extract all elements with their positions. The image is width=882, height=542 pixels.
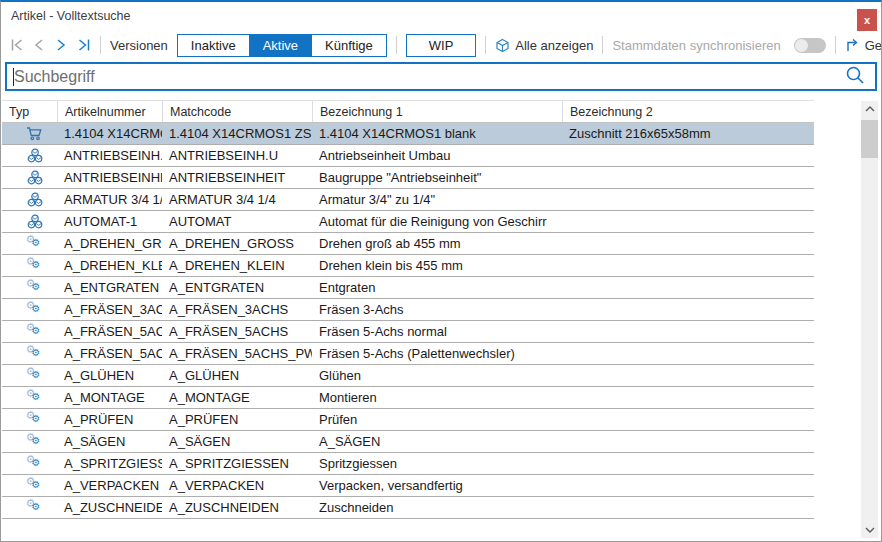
- column-header-bezeichnung2[interactable]: Bezeichnung 2: [562, 101, 814, 122]
- gears-icon: ⚙⚙: [2, 321, 57, 342]
- cell-bezeichnung1: Baugruppe "Antriebseinheit": [312, 167, 562, 188]
- table-row[interactable]: ⚙⚙ A_FRÄSEN_5ACHS... A_FRÄSEN_5ACHS_PW F…: [2, 343, 814, 365]
- cell-bezeichnung2: [562, 431, 814, 452]
- close-button[interactable]: x: [857, 9, 877, 31]
- table-row[interactable]: ⚙⚙ A_ZUSCHNEIDEN A_ZUSCHNEIDEN Zuschneid…: [2, 497, 814, 519]
- gears-icon: ⚙⚙: [2, 277, 57, 298]
- cell-bezeichnung2: [562, 475, 814, 496]
- table-row[interactable]: ⚙⚙ A_FRÄSEN_5ACHS A_FRÄSEN_5ACHS Fräsen …: [2, 321, 814, 343]
- gears-icon: ⚙⚙: [2, 431, 57, 452]
- toolbar-separator: [396, 36, 397, 54]
- cell-bezeichnung1: Fräsen 3-Achs: [312, 299, 562, 320]
- cell-bezeichnung1: 1.4104 X14CRMOS1 blank: [312, 123, 562, 144]
- scroll-down-button[interactable]: [861, 522, 878, 538]
- cell-bezeichnung2: [562, 255, 814, 276]
- cell-bezeichnung1: Prüfen: [312, 409, 562, 430]
- goto-arrow-icon: [845, 38, 860, 53]
- cell-artikelnummer: A_FRÄSEN_3ACHS: [57, 299, 162, 320]
- first-record-icon: [10, 38, 25, 52]
- search-icon[interactable]: [845, 65, 865, 89]
- filter-kuenftige-button[interactable]: Künftige: [311, 34, 387, 57]
- cell-artikelnummer: ARMATUR 3/4 1/4: [57, 189, 162, 210]
- cell-matchcode: A_SÄGEN: [162, 431, 312, 452]
- alle-anzeigen-label: Alle anzeigen: [515, 38, 593, 53]
- table-row[interactable]: ARMATUR 3/4 1/4 ARMATUR 3/4 1/4 Armatur …: [2, 189, 814, 211]
- gears-icon: ⚙⚙: [2, 255, 57, 276]
- table-row[interactable]: AUTOMAT-1 AUTOMAT Automat für die Reinig…: [2, 211, 814, 233]
- column-header-typ[interactable]: Typ: [2, 101, 57, 122]
- table-row[interactable]: ⚙⚙ A_DREHEN_KLEIN A_DREHEN_KLEIN Drehen …: [2, 255, 814, 277]
- filter-aktive-button[interactable]: Aktive: [249, 34, 312, 57]
- toolbar-separator: [485, 36, 486, 54]
- table-row[interactable]: ⚙⚙ A_FRÄSEN_3ACHS A_FRÄSEN_3ACHS Fräsen …: [2, 299, 814, 321]
- vertical-scrollbar[interactable]: [861, 101, 878, 538]
- cell-matchcode: A_FRÄSEN_5ACHS: [162, 321, 312, 342]
- cell-artikelnummer: AUTOMAT-1: [57, 211, 162, 232]
- table-row[interactable]: ANTRIEBSEINH. U... ANTRIEBSEINH.U Antrie…: [2, 145, 814, 167]
- gehe-zu-button[interactable]: Gehe zu: [845, 38, 882, 53]
- column-header-artikelnummer[interactable]: Artikelnummer: [57, 101, 162, 122]
- cell-bezeichnung1: Fräsen 5-Achs normal: [312, 321, 562, 342]
- cell-bezeichnung2: [562, 387, 814, 408]
- cell-matchcode: A_ENTGRATEN: [162, 277, 312, 298]
- cell-matchcode: A_VERPACKEN: [162, 475, 312, 496]
- cell-artikelnummer: A_MONTAGE: [57, 387, 162, 408]
- cell-bezeichnung2: [562, 365, 814, 386]
- cell-bezeichnung1: Drehen klein bis 455 mm: [312, 255, 562, 276]
- cart-icon: [2, 123, 57, 144]
- scrollbar-thumb[interactable]: [861, 120, 878, 158]
- table-row[interactable]: ⚙⚙ A_PRÜFEN A_PRÜFEN Prüfen: [2, 409, 814, 431]
- cell-matchcode: A_PRÜFEN: [162, 409, 312, 430]
- cell-artikelnummer: A_FRÄSEN_5ACHS...: [57, 343, 162, 364]
- cell-artikelnummer: A_SÄGEN: [57, 431, 162, 452]
- cell-matchcode: ANTRIEBSEINHEIT: [162, 167, 312, 188]
- table-row[interactable]: ANTRIEBSEINHEIT... ANTRIEBSEINHEIT Baugr…: [2, 167, 814, 189]
- table-row[interactable]: ⚙⚙ A_MONTAGE A_MONTAGE Montieren: [2, 387, 814, 409]
- assembly-icon: [2, 189, 57, 210]
- column-header-bezeichnung1[interactable]: Bezeichnung 1: [312, 101, 562, 122]
- previous-record-button[interactable]: [31, 37, 47, 53]
- search-input[interactable]: [14, 65, 845, 89]
- cell-matchcode: A_MONTAGE: [162, 387, 312, 408]
- toggle-knob: [795, 39, 808, 52]
- scroll-up-button[interactable]: [861, 101, 878, 117]
- assembly-icon: [2, 145, 57, 166]
- cell-artikelnummer: A_ZUSCHNEIDEN: [57, 497, 162, 518]
- table-row[interactable]: ⚙⚙ A_SPRITZGIESSEN A_SPRITZGIESSEN Sprit…: [2, 453, 814, 475]
- cell-bezeichnung2: [562, 299, 814, 320]
- first-record-button[interactable]: [9, 37, 25, 53]
- table-row[interactable]: ⚙⚙ A_GLÜHEN A_GLÜHEN Glühen: [2, 365, 814, 387]
- cell-matchcode: AUTOMAT: [162, 211, 312, 232]
- close-icon: x: [864, 14, 870, 26]
- cell-artikelnummer: A_GLÜHEN: [57, 365, 162, 386]
- cell-bezeichnung1: A_SÄGEN: [312, 431, 562, 452]
- table-row[interactable]: ⚙⚙ A_VERPACKEN A_VERPACKEN Verpacken, ve…: [2, 475, 814, 497]
- table-header: Typ Artikelnummer Matchcode Bezeichnung …: [2, 101, 814, 123]
- next-record-button[interactable]: [53, 37, 69, 53]
- cell-artikelnummer: A_PRÜFEN: [57, 409, 162, 430]
- stammdaten-label: Stammdaten synchronisieren: [612, 38, 780, 53]
- filter-inaktive-button[interactable]: Inaktive: [177, 34, 250, 57]
- alle-anzeigen-button[interactable]: Alle anzeigen: [495, 38, 593, 53]
- gears-icon: ⚙⚙: [2, 475, 57, 496]
- gears-icon: ⚙⚙: [2, 497, 57, 518]
- last-record-button[interactable]: [75, 37, 91, 53]
- table-row[interactable]: 1.4104 X14CRMO... 1.4104 X14CRMOS1 ZS 1.…: [2, 123, 814, 145]
- cell-artikelnummer: A_FRÄSEN_5ACHS: [57, 321, 162, 342]
- cell-artikelnummer: ANTRIEBSEINH. U...: [57, 145, 162, 166]
- table-row[interactable]: ⚙⚙ A_DREHEN_GROSS A_DREHEN_GROSS Drehen …: [2, 233, 814, 255]
- search-box: [5, 62, 877, 91]
- cell-bezeichnung1: Entgraten: [312, 277, 562, 298]
- table-row[interactable]: ⚙⚙ A_SÄGEN A_SÄGEN A_SÄGEN: [2, 431, 814, 453]
- stammdaten-toggle[interactable]: [794, 38, 826, 53]
- cell-artikelnummer: 1.4104 X14CRMO...: [57, 123, 162, 144]
- assembly-icon: [2, 167, 57, 188]
- record-navigation: [9, 37, 91, 53]
- cell-bezeichnung1: Fräsen 5-Achs (Palettenwechsler): [312, 343, 562, 364]
- wip-button[interactable]: WIP: [406, 34, 477, 57]
- toolbar-separator: [835, 36, 836, 54]
- cell-artikelnummer: A_DREHEN_KLEIN: [57, 255, 162, 276]
- cell-matchcode: A_ZUSCHNEIDEN: [162, 497, 312, 518]
- table-row[interactable]: ⚙⚙ A_ENTGRATEN A_ENTGRATEN Entgraten: [2, 277, 814, 299]
- column-header-matchcode[interactable]: Matchcode: [162, 101, 312, 122]
